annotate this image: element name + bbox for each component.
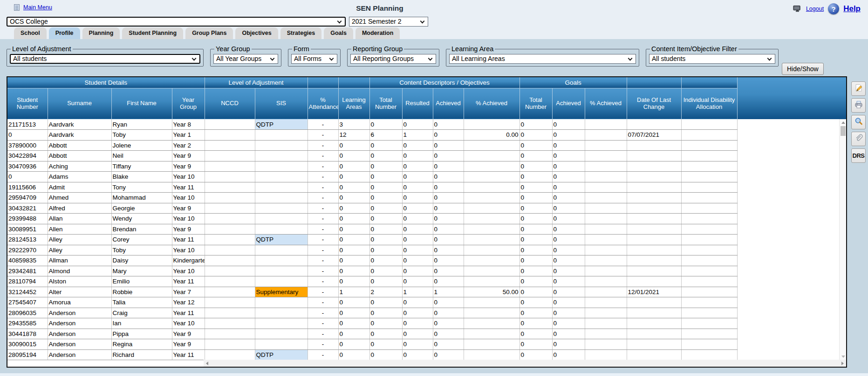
content-item-objective-filter-select[interactable]: All students bbox=[649, 54, 775, 64]
table-row[interactable]: 0AardvarkTobyYear 1-126100.000007/07/202… bbox=[7, 130, 846, 141]
cell-cd-achieved: 0 bbox=[433, 214, 464, 224]
tab-group-plans[interactable]: Group Plans bbox=[185, 27, 233, 39]
cell-cd-total-number: 0 bbox=[369, 266, 402, 276]
table-row[interactable]: 28110794AlstonEmilioYear 11-000000 bbox=[7, 276, 846, 287]
cell-cd-achieved: 0 bbox=[433, 151, 464, 161]
cell-filler bbox=[737, 245, 846, 255]
table-row[interactable]: 29594709AhmedMohammadYear 10-000000 bbox=[7, 193, 846, 203]
cell-filler bbox=[737, 119, 846, 130]
cell-goals-achieved: 0 bbox=[552, 235, 585, 245]
filter-form: FormAll Forms bbox=[288, 45, 341, 67]
table-row[interactable]: 30090015AndersonReginaYear 9-000000 bbox=[7, 339, 846, 350]
help-icon[interactable]: ? bbox=[828, 3, 839, 14]
table-row[interactable]: 30422894AbbottNeilYear 9-000000 bbox=[7, 151, 846, 161]
table-row[interactable]: 28095194AndersonRichardYear 11QDTP-00000… bbox=[7, 349, 846, 360]
drs-label: DRS bbox=[853, 152, 865, 159]
attachment-button[interactable] bbox=[851, 132, 866, 146]
cell-goals-achieved: 0 bbox=[552, 182, 585, 193]
help-link[interactable]: Help bbox=[843, 4, 861, 13]
cell-cd-pct-achieved: 0.00 bbox=[464, 130, 519, 141]
table-row[interactable]: 28124513AlleyCoreyYear 11QDTP-000000 bbox=[7, 235, 846, 245]
learning-area-select[interactable]: All Learning Areas bbox=[449, 54, 636, 64]
cell-cd-total-number: 0 bbox=[369, 224, 402, 235]
level-of-adjustment-select[interactable]: All students bbox=[10, 54, 200, 64]
horizontal-scrollbar[interactable] bbox=[204, 360, 846, 367]
paperclip-icon bbox=[854, 134, 863, 145]
cell-cd-total-number: 0 bbox=[369, 172, 402, 182]
cell-goals-total-number: 0 bbox=[519, 203, 552, 214]
tab-planning[interactable]: Planning bbox=[82, 27, 120, 39]
table-row[interactable]: 29222970AlleyTobyYear 10-000000 bbox=[7, 245, 846, 255]
search-button[interactable] bbox=[851, 115, 866, 129]
cell-goals-achieved: 0 bbox=[552, 266, 585, 276]
hide-show-button[interactable]: Hide/Show bbox=[782, 63, 824, 75]
cell-cd-achieved: 0 bbox=[433, 119, 464, 130]
cell-individual-disability-allocation bbox=[681, 161, 737, 172]
table-row[interactable]: 21171513AardvarkRyanYear 8QDTP-300000 bbox=[7, 119, 846, 130]
cell-goals-total-number: 0 bbox=[519, 235, 552, 245]
scroll-right-arrow-icon[interactable] bbox=[841, 362, 844, 365]
bottom-strip bbox=[0, 373, 868, 376]
tab-school[interactable]: School bbox=[14, 27, 47, 39]
cell-nccd bbox=[205, 235, 255, 245]
year-group-select[interactable]: All Year Groups bbox=[213, 54, 278, 64]
cell-learning-areas: 0 bbox=[338, 308, 369, 318]
table-row[interactable]: 32124452AlterRobbieYear 7Supplementary-1… bbox=[7, 287, 846, 297]
scroll-left-arrow-icon[interactable] bbox=[206, 362, 208, 365]
tab-goals[interactable]: Goals bbox=[324, 27, 353, 39]
scroll-down-arrow-icon[interactable] bbox=[841, 356, 845, 358]
table-row[interactable]: 30470936AchingTiffanyYear 9-000000 bbox=[7, 161, 846, 172]
cell-sis: QDTP bbox=[255, 119, 308, 130]
scroll-up-arrow-icon[interactable] bbox=[841, 121, 845, 124]
table-row[interactable]: 29399488AllanWendyYear 10-000000 bbox=[7, 214, 846, 224]
drs-button[interactable]: DRS bbox=[851, 148, 866, 163]
tab-objectives[interactable]: Objectives bbox=[235, 27, 278, 39]
cell-learning-areas: 0 bbox=[338, 255, 369, 266]
semester-select[interactable]: 2021 Semester 2 bbox=[349, 17, 428, 27]
table-row[interactable]: 28096035AndersonCraigYear 11-000000 bbox=[7, 308, 846, 318]
cell-resulted: 0 bbox=[402, 339, 433, 350]
cell-cd-total-number: 0 bbox=[369, 151, 402, 161]
filter-reporting-group: Reporting GroupAll Reporting Groups bbox=[347, 45, 439, 67]
cell-learning-areas: 0 bbox=[338, 161, 369, 172]
vertical-scroll-thumb[interactable] bbox=[841, 126, 846, 136]
tab-moderation[interactable]: Moderation bbox=[355, 27, 400, 39]
cell-year-group: Year 10 bbox=[172, 318, 205, 329]
table-row[interactable]: 0AdamsBlakeYear 10-000000 bbox=[7, 172, 846, 182]
chevron-down-icon bbox=[767, 56, 772, 61]
table-row[interactable]: 30432821AlfredGeorgieYear 9-000000 bbox=[7, 203, 846, 214]
vertical-scrollbar[interactable] bbox=[839, 119, 846, 360]
tab-student-planning[interactable]: Student Planning bbox=[122, 27, 183, 39]
table-row[interactable]: 29342481AlmondMaryYear 10-000000 bbox=[7, 266, 846, 276]
cell-surname: Alfred bbox=[48, 203, 111, 214]
filter-legend: Reporting Group bbox=[351, 45, 404, 53]
cell-year-group: Year 10 bbox=[172, 266, 205, 276]
cell-cd-pct-achieved bbox=[464, 235, 519, 245]
tab-strategies[interactable]: Strategies bbox=[280, 27, 321, 39]
tab-profile[interactable]: Profile bbox=[49, 27, 80, 39]
table-row[interactable]: 19115606AdmitTonyYear 11-000000 bbox=[7, 182, 846, 193]
table-row[interactable]: 27545407AmoruaTaliaYear 12-000000 bbox=[7, 297, 846, 308]
filter-content-item-objective-filter: Content Item/Objective FilterAll student… bbox=[646, 45, 779, 67]
group-header-goals: Goals bbox=[519, 77, 627, 88]
cell-year-group: Year 10 bbox=[172, 245, 205, 255]
table-row[interactable]: 29435585AndersonIanYear 10-000000 bbox=[7, 318, 846, 329]
cell-goals-total-number: 0 bbox=[519, 255, 552, 266]
reporting-group-select[interactable]: All Reporting Groups bbox=[350, 54, 436, 64]
school-select[interactable]: OCS College bbox=[7, 17, 346, 27]
cell-first-name: Georgie bbox=[111, 203, 172, 214]
cell-individual-disability-allocation bbox=[681, 119, 737, 130]
chevron-down-icon bbox=[428, 56, 433, 61]
table-row[interactable]: 40859835AllmanDaisyKindergarten-000000 bbox=[7, 255, 846, 266]
cell-filler bbox=[737, 318, 846, 329]
cell-resulted: 0 bbox=[402, 161, 433, 172]
cell-goals-achieved: 0 bbox=[552, 287, 585, 297]
table-row[interactable]: 37890000AbbottJoleneYear 2-000000 bbox=[7, 140, 846, 151]
table-row[interactable]: 30089951AllenBrendanYear 9-000000 bbox=[7, 224, 846, 235]
form-select[interactable]: All Forms bbox=[291, 54, 337, 64]
cell-goals-pct-achieved bbox=[585, 245, 627, 255]
print-button[interactable] bbox=[851, 98, 866, 113]
logout-link[interactable]: Logout bbox=[806, 6, 824, 12]
edit-button[interactable] bbox=[851, 81, 866, 96]
table-row[interactable]: 30441878AndersonPippaYear 9-000000 bbox=[7, 329, 846, 339]
